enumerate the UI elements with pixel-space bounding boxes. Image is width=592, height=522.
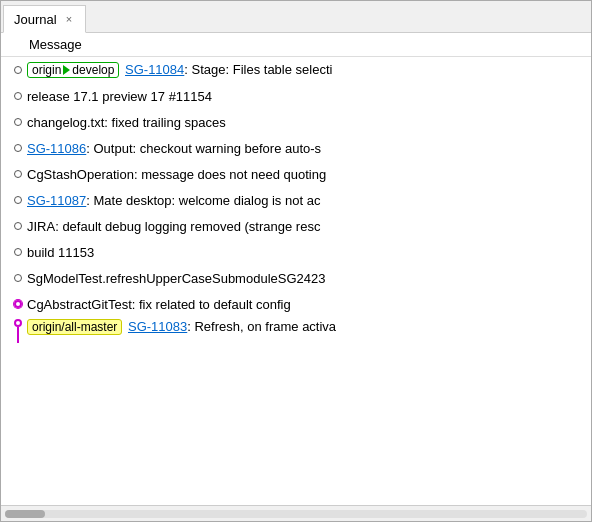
list-item: JIRA: default debug logging removed (str… — [1, 213, 591, 239]
sg-11083-link[interactable]: SG-11083 — [128, 319, 187, 334]
item-text: CgStashOperation: message does not need … — [27, 167, 583, 182]
list-item: SG-11086: Output: checkout warning befor… — [1, 135, 591, 161]
list-item: CgStashOperation: message does not need … — [1, 161, 591, 187]
item-text: release 17.1 preview 17 #11154 — [27, 89, 583, 104]
bullet-icon — [9, 248, 27, 256]
tab-journal[interactable]: Journal × — [3, 5, 86, 33]
bullet-icon — [9, 196, 27, 204]
arrow-icon — [63, 65, 70, 75]
list-item: origin/all-master SG-11083: Refresh, on … — [1, 317, 591, 345]
bullet-icon — [9, 92, 27, 100]
scroll-track[interactable] — [5, 510, 587, 518]
list-item: release 17.1 preview 17 #11154 — [1, 83, 591, 109]
sg-11086-link[interactable]: SG-11086 — [27, 141, 86, 156]
list-item: origin develop SG-11084: Stage: Files ta… — [1, 57, 591, 83]
sg-11087-link[interactable]: SG-11087 — [27, 193, 86, 208]
item-text: SG-11086: Output: checkout warning befor… — [27, 141, 583, 156]
bullet-icon — [9, 66, 27, 74]
item-text: CgAbstractGitTest: fix related to defaul… — [27, 297, 583, 312]
item-text: SG-11087: Mate desktop: welcome dialog i… — [27, 193, 583, 208]
item-text: build 11153 — [27, 245, 583, 260]
tag-origin-develop: origin develop — [27, 62, 119, 78]
bullet-icon — [9, 274, 27, 282]
list-item: CgAbstractGitTest: fix related to defaul… — [1, 291, 591, 317]
list-item: SgModelTest.refreshUpperCaseSubmoduleSG2… — [1, 265, 591, 291]
bullet-highlight-icon — [9, 300, 27, 308]
bullet-icon — [9, 222, 27, 230]
list-item: changelog.txt: fixed trailing spaces — [1, 109, 591, 135]
journal-window: Journal × Message origin develop SG-1108… — [0, 0, 592, 522]
item-text: changelog.txt: fixed trailing spaces — [27, 115, 583, 130]
bullet-icon — [9, 170, 27, 178]
item-text: origin develop SG-11084: Stage: Files ta… — [27, 62, 583, 78]
item-text: origin/all-master SG-11083: Refresh, on … — [27, 317, 583, 335]
item-text: JIRA: default debug logging removed (str… — [27, 219, 583, 234]
list-item: build 11153 — [1, 239, 591, 265]
horizontal-scrollbar[interactable] — [1, 505, 591, 521]
tab-label: Journal — [14, 12, 57, 27]
scroll-thumb[interactable] — [5, 510, 45, 518]
bullet-icon — [9, 118, 27, 126]
journal-list[interactable]: origin develop SG-11084: Stage: Files ta… — [1, 57, 591, 505]
item-text: SgModelTest.refreshUpperCaseSubmoduleSG2… — [27, 271, 583, 286]
tag-origin-all-master: origin/all-master — [27, 319, 122, 335]
sg-11084-link[interactable]: SG-11084 — [125, 62, 184, 77]
bullet-icon — [9, 144, 27, 152]
tab-bar: Journal × — [1, 1, 591, 33]
column-header-message: Message — [1, 33, 591, 57]
tab-close-button[interactable]: × — [63, 12, 75, 26]
connector-bullet-icon — [9, 317, 27, 343]
list-item: SG-11087: Mate desktop: welcome dialog i… — [1, 187, 591, 213]
